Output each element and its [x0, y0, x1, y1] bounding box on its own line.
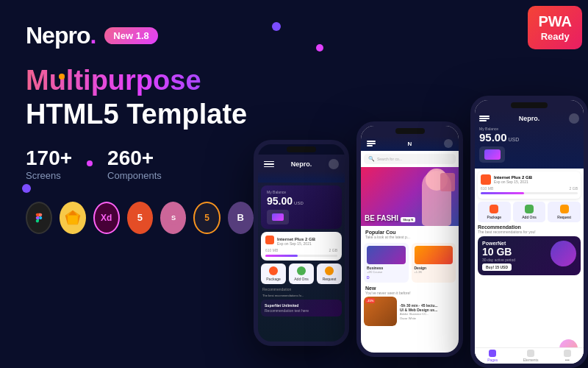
- phone3-power-brand: PowerNet: [482, 241, 515, 246]
- pwa-badge: PWA Ready: [528, 6, 582, 49]
- phone2-search[interactable]: 🔍 Search for co...: [364, 154, 456, 164]
- phone1-card-title: Internet Plus 2 GB: [277, 237, 315, 241]
- phone3-addons-btn[interactable]: Add Ons: [513, 202, 546, 222]
- phone3-internet-subtitle: Exp on Sep 15, 2021: [494, 180, 532, 184]
- stat-components: 260+ Components: [107, 146, 162, 181]
- phone3-data-used: 610 MB: [481, 186, 493, 191]
- sass-icon: S: [160, 202, 186, 234]
- phone-2-screen: N 🔍 Search for co... BE FASHI Shop: [361, 126, 459, 353]
- svg-marker-4: [68, 215, 77, 224]
- phone2-course-cards: Business +2K Course D Design +1.3K: [361, 243, 459, 283]
- phone2-new-label: New: [365, 286, 454, 291]
- phone1-currency: USD: [294, 201, 304, 205]
- phone3-request-btn[interactable]: Request: [548, 202, 581, 222]
- phone1-request-btn[interactable]: Request: [317, 263, 342, 284]
- xd-icon: Xd: [93, 202, 120, 234]
- brand-dot: .: [90, 22, 96, 49]
- phone3-nav-elements[interactable]: Elements: [523, 350, 539, 362]
- phone3-data-total: 2 GB: [570, 186, 578, 191]
- tech-icons-row: Xd 5 S 5 B: [26, 202, 254, 234]
- phone2-fashion-text: BE FASHI: [365, 214, 398, 222]
- left-panel: Nepro. New 1.8 Multipurpose HTML5 Templa…: [0, 0, 279, 368]
- pwa-title: PWA: [538, 12, 572, 31]
- phones-area-dot-pink: [316, 44, 323, 52]
- course-card-1: Business +2K Course D: [364, 243, 409, 283]
- phone-group: Nepro. My Balance 95.00 USD: [254, 96, 588, 368]
- phone3-power-card: PowerNet 10 GB 30-day active period Buy!…: [478, 236, 581, 275]
- decorative-dot-orange: [59, 74, 65, 79]
- course-card-2: Design +1.3K: [412, 243, 456, 283]
- phone3-balance: 95.00: [479, 131, 507, 144]
- bootstrap-icon: B: [228, 202, 254, 234]
- version-badge: New 1.8: [104, 27, 157, 44]
- phone3-header: Nepro. My Balance 95.00 USD: [475, 110, 584, 169]
- phone-2: N 🔍 Search for co... BE FASHI Shop: [356, 121, 463, 357]
- phone3-rec-title: Recommendation: [478, 224, 581, 230]
- phone3-currency: USD: [509, 137, 520, 142]
- phone3-pkg-row: Package Add Ons Request: [478, 202, 581, 222]
- headline-multipurpose: Multipurpose: [26, 66, 254, 96]
- phone3-bottom-nav: Pages Elements •••: [475, 347, 584, 364]
- phone-3: Nepro. My Balance 95.00 USD: [470, 96, 588, 368]
- html5-orange-icon: 5: [193, 202, 220, 234]
- components-label: Components: [107, 170, 162, 181]
- stat-separator: [87, 160, 93, 166]
- phone3-internet-card: Internet Plus 2 GB Exp on Sep 15, 2021 6…: [478, 171, 581, 199]
- phone2-new-sub: You've never seen it before!: [365, 291, 454, 295]
- svg-text:S: S: [171, 214, 176, 222]
- phone3-rec-sub: The best recommendations for you!: [478, 230, 581, 234]
- phone1-card-subtitle: Exp on Sep 15, 2021: [277, 241, 315, 246]
- phone3-package-btn[interactable]: Package: [478, 202, 511, 222]
- phone3-recommendation: Recommendation The best recommendations …: [478, 224, 581, 234]
- phone3-power-data: 10 GB: [482, 246, 515, 258]
- brand-logo: Nepro.: [26, 22, 96, 49]
- stats-row: 170+ Screens 260+ Components: [26, 146, 254, 181]
- phone3-power-period: 30-day active period: [482, 258, 515, 262]
- phone3-nav-pages[interactable]: Pages: [487, 350, 498, 362]
- phone3-buy-btn[interactable]: Buy! 15 USD: [482, 263, 512, 271]
- phone2-logo: N: [408, 141, 412, 147]
- components-number: 260+: [107, 146, 162, 170]
- stat-screens: 170+ Screens: [26, 146, 72, 181]
- screens-number: 170+: [26, 146, 72, 170]
- brand-name: Nepro: [26, 22, 90, 49]
- headline-html5: HTML5 Template: [26, 99, 254, 130]
- phone2-section-subtitle: Take a look at the latest p...: [365, 235, 454, 239]
- phone2-course-section: Popular Cou Take a look at the latest p.…: [361, 226, 459, 243]
- phone1-addons-btn[interactable]: Add Ons: [289, 263, 314, 284]
- decorative-dot-purple: [22, 184, 31, 193]
- phone2-badge: -15%: [365, 298, 375, 303]
- pwa-subtitle: Ready: [538, 31, 572, 43]
- phone1-data-total: 2 GB: [329, 248, 337, 252]
- phone2-products: -15% -5h 30 min · 45 lectu... UI & Web D…: [361, 297, 459, 326]
- phone3-nav-more[interactable]: •••: [564, 350, 571, 362]
- phone2-new-section: New You've never seen it before!: [361, 283, 459, 297]
- html5-icon: 5: [127, 202, 153, 234]
- phone2-fashion-image: BE FASHI Shop N: [361, 167, 459, 226]
- header: Nepro. New 1.8: [26, 22, 254, 49]
- figma-icon: [26, 202, 52, 234]
- phone1-logo: Nepro.: [291, 160, 312, 168]
- phone2-section-title: Popular Cou: [365, 230, 454, 235]
- sketch-icon: [60, 202, 85, 234]
- product-image: -15%: [364, 297, 397, 326]
- phone-3-screen: Nepro. My Balance 95.00 USD: [475, 100, 584, 364]
- phone2-shop-btn[interactable]: Shop N: [401, 217, 415, 222]
- phone3-logo: Nepro.: [519, 115, 540, 122]
- screens-label: Screens: [26, 170, 72, 181]
